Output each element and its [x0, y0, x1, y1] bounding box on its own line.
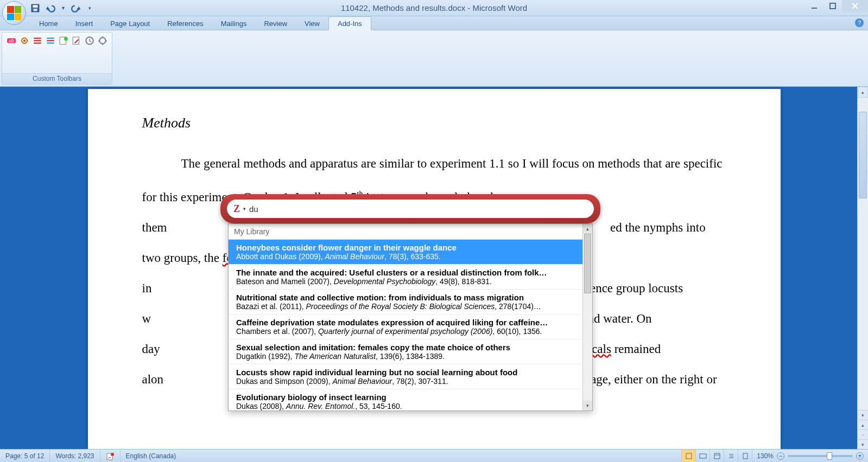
- svg-rect-3: [812, 8, 817, 9]
- zotero-result-item[interactable]: Sexual selection and imitation: females …: [229, 339, 592, 364]
- result-title: Evolutionary biology of insect learning: [236, 393, 585, 402]
- zotero-list-scrollbar[interactable]: ▴ ▾: [582, 224, 592, 410]
- prev-page-button: ▴: [858, 420, 868, 429]
- svg-rect-8: [34, 37, 41, 39]
- svg-rect-23: [714, 453, 720, 459]
- view-draft-button[interactable]: [738, 450, 752, 462]
- tab-references[interactable]: References: [159, 17, 212, 30]
- svg-rect-22: [700, 454, 706, 458]
- status-words[interactable]: Words: 2,923: [50, 450, 100, 462]
- zotero-result-item[interactable]: The innate and the acquired: Useful clus…: [229, 265, 592, 290]
- scroll-down-button[interactable]: ▾: [858, 410, 868, 420]
- zotero-result-item[interactable]: Honeybees consider flower danger in thei…: [229, 240, 592, 265]
- zotero-search-input[interactable]: Z ▾ du: [227, 200, 594, 218]
- ribbon-group-label: Custom Toolbars: [2, 73, 112, 84]
- redo-icon[interactable]: [71, 3, 81, 13]
- svg-rect-13: [47, 42, 54, 43]
- scroll-up-button[interactable]: ▴: [858, 87, 868, 98]
- scroll-thumb[interactable]: [859, 112, 867, 198]
- tab-page-layout[interactable]: Page Layout: [102, 17, 159, 30]
- zotero-library-header: My Library: [229, 224, 592, 240]
- addin-icon-2[interactable]: [20, 36, 29, 47]
- svg-rect-1: [33, 5, 38, 8]
- zotero-result-item[interactable]: Caffeine deprivation state modulates exp…: [229, 315, 592, 339]
- zoom-slider-thumb[interactable]: [827, 452, 832, 460]
- zoom-slider[interactable]: [788, 455, 853, 457]
- svg-rect-11: [47, 37, 54, 39]
- window-title: 110422, Methods and results.docx - Micro…: [0, 3, 868, 12]
- zotero-result-item[interactable]: Nutritional state and collective motion:…: [229, 290, 592, 315]
- zotero-result-item[interactable]: Locusts show rapid individual learning b…: [229, 364, 592, 389]
- ribbon-tabs: Home Insert Page Layout References Maili…: [0, 16, 868, 30]
- result-meta: Dugatkin (1992), The American Naturalist…: [236, 352, 585, 361]
- result-meta: Chambers et al. (2007), Quarterly journa…: [236, 327, 585, 336]
- zotero-dropdown-icon[interactable]: ▾: [243, 206, 246, 211]
- result-meta: Abbott and Dukas (2009), Animal Behaviou…: [236, 252, 585, 261]
- addin-icon-4[interactable]: [46, 36, 55, 47]
- result-title: The innate and the acquired: Useful clus…: [236, 268, 585, 277]
- svg-rect-4: [830, 3, 835, 9]
- view-outline-button[interactable]: [724, 450, 738, 462]
- help-icon[interactable]: ?: [855, 18, 864, 27]
- result-title: Nutritional state and collective motion:…: [236, 293, 585, 302]
- browse-object-button[interactable]: ◦: [858, 429, 868, 439]
- result-meta: Bazazi et al. (2011), Proceedings of the…: [236, 302, 585, 311]
- zoom-control: 130% − +: [752, 450, 868, 462]
- tab-mailings[interactable]: Mailings: [212, 17, 256, 30]
- vertical-scrollbar[interactable]: ▴ ▾ ▴ ◦ ▾: [857, 87, 868, 449]
- addin-icon-3[interactable]: [33, 36, 42, 47]
- tab-insert[interactable]: Insert: [67, 17, 102, 30]
- addin-icon-8[interactable]: [98, 36, 107, 47]
- status-language[interactable]: English (Canada): [121, 450, 182, 462]
- tab-view[interactable]: View: [296, 17, 328, 30]
- view-web-layout-button[interactable]: [709, 450, 724, 462]
- svg-rect-25: [743, 453, 747, 459]
- maximize-button[interactable]: [823, 0, 842, 12]
- result-title: Locusts show rapid individual learning b…: [236, 368, 585, 377]
- svg-text:ab: ab: [9, 38, 14, 43]
- status-proofing[interactable]: [100, 450, 121, 462]
- zotero-result-item[interactable]: Evolutionary biology of insect learningD…: [229, 389, 592, 411]
- svg-rect-16: [73, 37, 79, 44]
- scroll-up-icon[interactable]: ▴: [583, 224, 592, 234]
- zoom-out-button[interactable]: −: [777, 452, 784, 460]
- svg-rect-10: [34, 42, 41, 43]
- status-bar: Page: 5 of 12 Words: 2,923 English (Cana…: [0, 449, 868, 462]
- tab-review[interactable]: Review: [255, 17, 296, 30]
- tab-add-ins[interactable]: Add-Ins: [328, 16, 371, 30]
- svg-rect-2: [34, 9, 37, 11]
- zoom-level[interactable]: 130%: [757, 452, 774, 460]
- view-print-layout-button[interactable]: [681, 450, 695, 462]
- heading-methods: Methods: [142, 115, 726, 131]
- qat-customize-icon[interactable]: ▾: [88, 5, 91, 11]
- ribbon: ab Custom Toolbars: [0, 30, 868, 87]
- result-meta: Dukas and Simpson (2009), Animal Behavio…: [236, 377, 585, 386]
- office-logo-icon: [7, 6, 21, 20]
- addin-icon-7[interactable]: [85, 36, 94, 47]
- zotero-logo-icon: Z: [233, 203, 240, 215]
- result-title: Caffeine deprivation state modulates exp…: [236, 318, 585, 327]
- tab-home[interactable]: Home: [30, 17, 67, 30]
- svg-rect-9: [34, 40, 41, 41]
- addin-icon-6[interactable]: [72, 36, 81, 47]
- undo-dropdown-icon[interactable]: ▼: [61, 5, 66, 11]
- office-button[interactable]: [2, 1, 26, 25]
- close-button[interactable]: [842, 0, 868, 12]
- save-icon[interactable]: [30, 3, 40, 13]
- view-full-screen-button[interactable]: [695, 450, 709, 462]
- svg-point-15: [64, 37, 68, 41]
- scroll-down-icon[interactable]: ▾: [583, 401, 592, 410]
- scroll-thumb[interactable]: [584, 234, 591, 293]
- next-page-button[interactable]: ▾: [858, 439, 868, 449]
- result-meta: Bateson and Mameli (2007), Developmental…: [236, 277, 585, 286]
- titlebar: ▼ ▾ 110422, Methods and results.docx - M…: [0, 0, 868, 16]
- result-title: Honeybees consider flower danger in thei…: [236, 243, 585, 252]
- addin-icon-5[interactable]: [59, 36, 68, 47]
- status-page[interactable]: Page: 5 of 12: [0, 450, 50, 462]
- zoom-in-button[interactable]: +: [856, 452, 864, 460]
- zotero-citation-bar: Z ▾ du: [220, 194, 600, 223]
- addin-icon-1[interactable]: ab: [7, 36, 16, 47]
- svg-rect-21: [686, 453, 692, 459]
- undo-icon[interactable]: [46, 3, 55, 13]
- minimize-button[interactable]: [805, 0, 823, 12]
